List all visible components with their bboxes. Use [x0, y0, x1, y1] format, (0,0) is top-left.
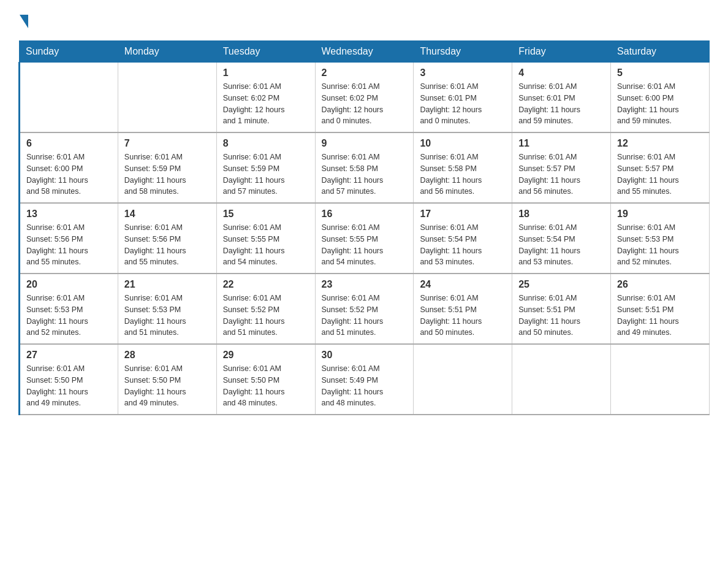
calendar-day-cell: 13Sunrise: 6:01 AM Sunset: 5:56 PM Dayli… [20, 203, 118, 274]
day-info: Sunrise: 6:01 AM Sunset: 6:01 PM Dayligh… [518, 81, 604, 127]
day-number: 6 [26, 138, 112, 149]
day-info: Sunrise: 6:01 AM Sunset: 6:00 PM Dayligh… [26, 151, 112, 197]
day-number: 10 [420, 138, 506, 149]
day-number: 26 [617, 279, 703, 290]
calendar-day-cell: 10Sunrise: 6:01 AM Sunset: 5:58 PM Dayli… [414, 132, 512, 203]
calendar-day-cell [512, 344, 611, 415]
day-number: 23 [322, 279, 408, 290]
calendar-day-cell: 7Sunrise: 6:01 AM Sunset: 5:59 PM Daylig… [118, 132, 216, 203]
day-number: 20 [26, 279, 112, 290]
day-info: Sunrise: 6:01 AM Sunset: 5:54 PM Dayligh… [518, 222, 604, 268]
calendar-day-cell: 28Sunrise: 6:01 AM Sunset: 5:50 PM Dayli… [118, 344, 216, 415]
calendar-week-row: 1Sunrise: 6:01 AM Sunset: 6:02 PM Daylig… [20, 63, 710, 133]
day-number: 29 [223, 350, 309, 361]
logo [18, 12, 28, 28]
calendar-week-row: 27Sunrise: 6:01 AM Sunset: 5:50 PM Dayli… [20, 344, 710, 415]
day-info: Sunrise: 6:01 AM Sunset: 5:55 PM Dayligh… [223, 222, 309, 268]
day-info: Sunrise: 6:01 AM Sunset: 5:50 PM Dayligh… [124, 363, 210, 409]
day-number: 22 [223, 279, 309, 290]
day-number: 5 [617, 67, 703, 79]
calendar-day-cell: 11Sunrise: 6:01 AM Sunset: 5:57 PM Dayli… [512, 132, 611, 203]
calendar-day-cell: 26Sunrise: 6:01 AM Sunset: 5:51 PM Dayli… [611, 274, 710, 344]
day-number: 15 [223, 209, 309, 220]
page-header [18, 12, 710, 28]
day-number: 3 [420, 67, 506, 79]
day-info: Sunrise: 6:01 AM Sunset: 5:57 PM Dayligh… [617, 151, 703, 197]
calendar-day-cell: 25Sunrise: 6:01 AM Sunset: 5:51 PM Dayli… [512, 274, 611, 344]
calendar-day-cell: 4Sunrise: 6:01 AM Sunset: 6:01 PM Daylig… [512, 63, 611, 133]
calendar-day-cell: 3Sunrise: 6:01 AM Sunset: 6:01 PM Daylig… [414, 63, 512, 133]
calendar-day-cell: 12Sunrise: 6:01 AM Sunset: 5:57 PM Dayli… [611, 132, 710, 203]
day-number: 8 [223, 138, 309, 149]
day-number: 27 [26, 350, 112, 361]
calendar-day-cell: 8Sunrise: 6:01 AM Sunset: 5:59 PM Daylig… [216, 132, 315, 203]
calendar-day-cell: 27Sunrise: 6:01 AM Sunset: 5:50 PM Dayli… [20, 344, 118, 415]
calendar-day-cell: 18Sunrise: 6:01 AM Sunset: 5:54 PM Dayli… [512, 203, 611, 274]
day-info: Sunrise: 6:01 AM Sunset: 6:00 PM Dayligh… [617, 81, 703, 127]
weekday-header-thursday: Thursday [414, 41, 512, 63]
day-info: Sunrise: 6:01 AM Sunset: 5:57 PM Dayligh… [518, 151, 604, 197]
calendar-day-cell: 23Sunrise: 6:01 AM Sunset: 5:52 PM Dayli… [315, 274, 414, 344]
day-info: Sunrise: 6:01 AM Sunset: 5:51 PM Dayligh… [617, 293, 703, 339]
calendar-day-cell: 20Sunrise: 6:01 AM Sunset: 5:53 PM Dayli… [20, 274, 118, 344]
calendar-day-cell: 2Sunrise: 6:01 AM Sunset: 6:02 PM Daylig… [315, 63, 414, 133]
calendar-day-cell: 14Sunrise: 6:01 AM Sunset: 5:56 PM Dayli… [118, 203, 216, 274]
day-info: Sunrise: 6:01 AM Sunset: 5:52 PM Dayligh… [223, 293, 309, 339]
day-info: Sunrise: 6:01 AM Sunset: 5:58 PM Dayligh… [420, 151, 506, 197]
day-info: Sunrise: 6:01 AM Sunset: 5:55 PM Dayligh… [322, 222, 408, 268]
calendar-day-cell: 30Sunrise: 6:01 AM Sunset: 5:49 PM Dayli… [315, 344, 414, 415]
day-info: Sunrise: 6:01 AM Sunset: 5:51 PM Dayligh… [420, 293, 506, 339]
calendar-table: SundayMondayTuesdayWednesdayThursdayFrid… [18, 40, 710, 415]
calendar-day-cell: 22Sunrise: 6:01 AM Sunset: 5:52 PM Dayli… [216, 274, 315, 344]
day-info: Sunrise: 6:01 AM Sunset: 5:53 PM Dayligh… [617, 222, 703, 268]
day-number: 16 [322, 209, 408, 220]
day-info: Sunrise: 6:01 AM Sunset: 5:56 PM Dayligh… [26, 222, 112, 268]
calendar-week-row: 13Sunrise: 6:01 AM Sunset: 5:56 PM Dayli… [20, 203, 710, 274]
calendar-day-cell: 16Sunrise: 6:01 AM Sunset: 5:55 PM Dayli… [315, 203, 414, 274]
calendar-day-cell: 17Sunrise: 6:01 AM Sunset: 5:54 PM Dayli… [414, 203, 512, 274]
calendar-day-cell: 5Sunrise: 6:01 AM Sunset: 6:00 PM Daylig… [611, 63, 710, 133]
day-number: 4 [518, 67, 604, 79]
day-info: Sunrise: 6:01 AM Sunset: 5:59 PM Dayligh… [124, 151, 210, 197]
day-number: 9 [322, 138, 408, 149]
day-info: Sunrise: 6:01 AM Sunset: 5:58 PM Dayligh… [322, 151, 408, 197]
calendar-week-row: 6Sunrise: 6:01 AM Sunset: 6:00 PM Daylig… [20, 132, 710, 203]
day-number: 25 [518, 279, 604, 290]
day-number: 17 [420, 209, 506, 220]
day-number: 19 [617, 209, 703, 220]
weekday-header-friday: Friday [512, 41, 611, 63]
day-number: 24 [420, 279, 506, 290]
weekday-header-sunday: Sunday [20, 41, 118, 63]
day-number: 11 [518, 138, 604, 149]
day-info: Sunrise: 6:01 AM Sunset: 6:02 PM Dayligh… [223, 81, 309, 127]
day-info: Sunrise: 6:01 AM Sunset: 5:50 PM Dayligh… [223, 363, 309, 409]
day-number: 30 [322, 350, 408, 361]
day-info: Sunrise: 6:01 AM Sunset: 5:50 PM Dayligh… [26, 363, 112, 409]
weekday-header-saturday: Saturday [611, 41, 710, 63]
calendar-day-cell: 6Sunrise: 6:01 AM Sunset: 6:00 PM Daylig… [20, 132, 118, 203]
day-info: Sunrise: 6:01 AM Sunset: 6:01 PM Dayligh… [420, 81, 506, 127]
weekday-header-tuesday: Tuesday [216, 41, 315, 63]
day-info: Sunrise: 6:01 AM Sunset: 5:52 PM Dayligh… [322, 293, 408, 339]
calendar-day-cell: 29Sunrise: 6:01 AM Sunset: 5:50 PM Dayli… [216, 344, 315, 415]
calendar-day-cell: 9Sunrise: 6:01 AM Sunset: 5:58 PM Daylig… [315, 132, 414, 203]
day-number: 12 [617, 138, 703, 149]
day-number: 7 [124, 138, 210, 149]
calendar-day-cell [414, 344, 512, 415]
calendar-week-row: 20Sunrise: 6:01 AM Sunset: 5:53 PM Dayli… [20, 274, 710, 344]
day-info: Sunrise: 6:01 AM Sunset: 5:54 PM Dayligh… [420, 222, 506, 268]
day-info: Sunrise: 6:01 AM Sunset: 5:56 PM Dayligh… [124, 222, 210, 268]
day-info: Sunrise: 6:01 AM Sunset: 5:53 PM Dayligh… [124, 293, 210, 339]
calendar-day-cell: 19Sunrise: 6:01 AM Sunset: 5:53 PM Dayli… [611, 203, 710, 274]
day-info: Sunrise: 6:01 AM Sunset: 6:02 PM Dayligh… [322, 81, 408, 127]
day-info: Sunrise: 6:01 AM Sunset: 5:49 PM Dayligh… [322, 363, 408, 409]
calendar-day-cell: 21Sunrise: 6:01 AM Sunset: 5:53 PM Dayli… [118, 274, 216, 344]
day-number: 13 [26, 209, 112, 220]
calendar-day-cell: 15Sunrise: 6:01 AM Sunset: 5:55 PM Dayli… [216, 203, 315, 274]
calendar-day-cell [611, 344, 710, 415]
day-number: 18 [518, 209, 604, 220]
weekday-header-wednesday: Wednesday [315, 41, 414, 63]
day-number: 2 [322, 67, 408, 79]
day-number: 14 [124, 209, 210, 220]
calendar-day-cell: 1Sunrise: 6:01 AM Sunset: 6:02 PM Daylig… [216, 63, 315, 133]
